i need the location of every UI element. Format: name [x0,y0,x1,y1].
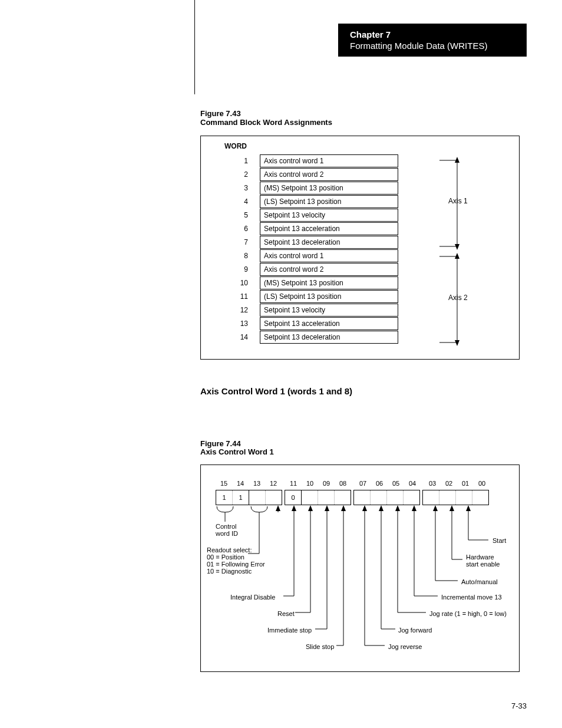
svg-marker-36 [276,505,280,511]
svg-marker-30 [433,505,438,511]
word-column-header: WORD [224,142,247,150]
left-margin-rule [194,0,195,94]
word-number: 12 [216,306,248,314]
word-description: (MS) Setpoint 13 position [260,182,398,195]
svg-marker-16 [308,505,313,511]
word-row: 3(MS) Setpoint 13 position [216,181,398,195]
svg-marker-22 [362,505,367,511]
svg-marker-7 [455,340,459,346]
svg-marker-28 [412,505,416,511]
word-row: 4(LS) Setpoint 13 position [216,195,398,208]
chapter-subtitle: Formatting Module Data (WRITES) [350,41,515,51]
chapter-number: Chapter 7 [350,29,515,39]
svg-marker-2 [455,244,459,250]
word-number: 7 [216,238,248,246]
svg-marker-34 [466,505,471,511]
word-number: 5 [216,211,248,219]
chapter-header: Chapter 7 Formatting Module Data (WRITES… [338,24,527,57]
figure-43-number: Figure 7.43 [200,109,241,118]
word-description: Axis control word 2 [260,168,398,181]
word-number: 10 [216,279,248,287]
word-row: 14Setpoint 13 deceleration [216,330,398,344]
word-table: 1Axis control word 12Axis control word 2… [216,154,398,344]
word-description: Axis control word 2 [260,263,398,276]
figure-44-diagram: 15141312111009080706050403020100 1 1 0 [200,465,520,672]
word-description: Setpoint 13 acceleration [260,222,398,235]
svg-marker-1 [455,157,459,163]
word-number: 14 [216,333,248,341]
word-number: 2 [216,170,248,179]
word-row: 6Setpoint 13 acceleration [216,222,398,235]
word-number: 13 [216,319,248,328]
word-row: 12Setpoint 13 velocity [216,303,398,317]
word-number: 8 [216,252,248,260]
word-row: 9Axis control word 2 [216,262,398,276]
svg-marker-6 [455,253,459,259]
figure-44-callout-lines [201,465,519,671]
word-row: 8Axis control word 1 [216,249,398,262]
axis-1-bracket-arrow [439,156,487,253]
word-row: 5Setpoint 13 velocity [216,208,398,222]
word-description: Setpoint 13 deceleration [260,331,398,344]
word-description: Axis control word 1 [260,154,398,167]
word-row: 1Axis control word 1 [216,154,398,167]
word-number: 6 [216,225,248,233]
word-number: 11 [216,292,248,301]
svg-marker-26 [395,505,400,511]
svg-marker-32 [449,505,454,511]
word-description: (MS) Setpoint 13 position [260,276,398,289]
word-number: 1 [216,157,248,165]
word-row: 10(MS) Setpoint 13 position [216,276,398,289]
word-description: Axis control word 1 [260,249,398,262]
axis-2-bracket-arrow [439,252,487,350]
section-heading: Axis Control Word 1 (words 1 and 8) [200,386,352,396]
word-number: 3 [216,184,248,192]
word-description: Setpoint 13 velocity [260,209,398,222]
word-number: 9 [216,265,248,274]
figure-43-diagram: WORD 1Axis control word 12Axis control w… [200,136,520,360]
svg-marker-18 [325,505,329,511]
svg-marker-24 [379,505,384,511]
svg-marker-14 [292,505,296,511]
word-row: 13Setpoint 13 acceleration [216,317,398,330]
word-row: 2Axis control word 2 [216,167,398,181]
figure-44-number: Figure 7.44 [200,439,241,448]
figure-43-title: Command Block Word Assignments [200,118,332,127]
word-description: (LS) Setpoint 13 position [260,290,398,303]
word-description: Setpoint 13 acceleration [260,317,398,330]
word-number: 4 [216,197,248,206]
figure-44-title: Axis Control Word 1 [200,447,274,456]
word-row: 7Setpoint 13 deceleration [216,235,398,249]
word-description: Setpoint 13 velocity [260,304,398,317]
page-number: 7-33 [511,701,527,710]
word-description: (LS) Setpoint 13 position [260,195,398,208]
word-row: 11(LS) Setpoint 13 position [216,289,398,303]
svg-marker-20 [341,505,346,511]
word-description: Setpoint 13 deceleration [260,236,398,249]
